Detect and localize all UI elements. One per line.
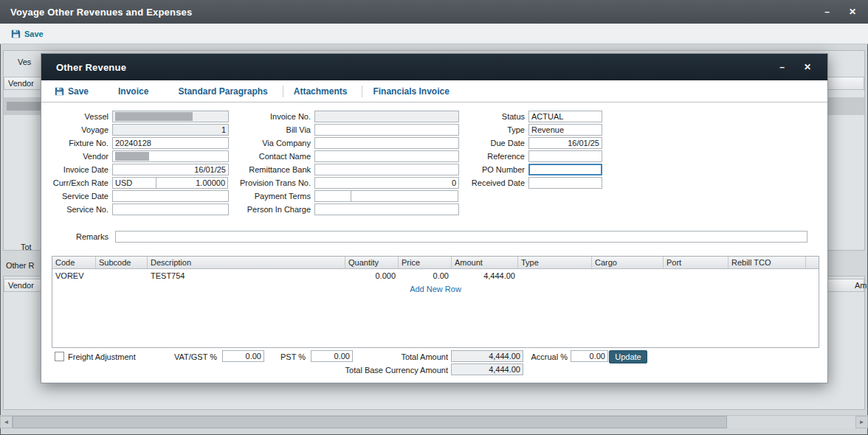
main-save-button[interactable]: Save xyxy=(24,29,44,38)
due-date-label: Due Date xyxy=(455,139,528,147)
main-window-titlebar: Voyage Other Revenues and Expenses – ✕ xyxy=(0,0,868,24)
col-type[interactable]: Type xyxy=(518,257,592,268)
form-row-type: Type Revenue xyxy=(455,124,602,136)
payment-terms-label: Payment Terms xyxy=(220,192,314,201)
voyage-label: Voyage xyxy=(43,125,112,134)
reference-label: Reference xyxy=(455,152,528,161)
col-rebill-tco[interactable]: Rebill TCO xyxy=(728,257,806,268)
bg-grid2-vendor-header: Vendor xyxy=(4,281,34,290)
col-amount[interactable]: Amount xyxy=(452,257,518,268)
form-column-middle: Invoice No. Bill Via Via Company Contact… xyxy=(220,111,459,217)
invoice-no-label: Invoice No. xyxy=(220,112,314,121)
other-revenue-dialog: Other Revenue – ✕ Save Invoice Standard … xyxy=(41,53,828,383)
form-row-service-no: Service No. xyxy=(43,203,229,215)
form-row-via-company: Via Company xyxy=(220,137,459,149)
update-button[interactable]: Update xyxy=(609,350,647,363)
freight-adjustment-checkbox[interactable] xyxy=(55,352,64,361)
bill-via-input[interactable] xyxy=(314,124,459,136)
form-row-vessel: Vessel xyxy=(43,111,229,122)
col-price[interactable]: Price xyxy=(399,257,452,268)
provision-trans-no-input[interactable]: 0 xyxy=(314,177,459,189)
type-label: Type xyxy=(455,125,528,134)
cell-description[interactable]: TEST754 xyxy=(148,271,345,280)
vat-gst-input[interactable]: 0.00 xyxy=(222,350,264,362)
accrual-label: Accrual % xyxy=(521,352,568,361)
accrual-input[interactable]: 0.00 xyxy=(571,350,608,362)
invoice-date-label: Invoice Date xyxy=(43,165,112,174)
financials-invoice-button[interactable]: Financials Invoice xyxy=(362,86,464,97)
col-subcode[interactable]: Subcode xyxy=(96,257,148,268)
vendor-label: Vendor xyxy=(43,152,112,161)
po-number-label: PO Number xyxy=(455,165,528,174)
cell-price[interactable]: 0.00 xyxy=(399,271,452,280)
vendor-input[interactable] xyxy=(112,150,229,162)
payment-terms-code-input[interactable] xyxy=(314,190,351,202)
dialog-minimize-icon[interactable]: – xyxy=(779,63,785,72)
pst-input[interactable]: 0.00 xyxy=(311,350,353,362)
col-cargo[interactable]: Cargo xyxy=(592,257,664,268)
total-base-currency-label: Total Base Currency Amount xyxy=(337,366,448,375)
col-port[interactable]: Port xyxy=(664,257,728,268)
dialog-toolbar: Save Invoice Standard Paragraphs Attachm… xyxy=(41,80,827,102)
remarks-input[interactable] xyxy=(115,231,807,243)
form-row-remittance-bank: Remittance Bank xyxy=(220,164,459,175)
scroll-left-icon[interactable]: ◄ xyxy=(0,416,13,428)
provision-trans-no-label: Provision Trans No. xyxy=(220,178,314,187)
scroll-right-icon[interactable]: ► xyxy=(855,416,868,428)
close-icon[interactable]: ✕ xyxy=(849,7,856,16)
line-items-table: Code Subcode Description Quantity Price … xyxy=(52,256,819,348)
dialog-save-button[interactable]: Save xyxy=(55,86,103,97)
minimize-icon[interactable]: – xyxy=(824,7,830,16)
remittance-bank-label: Remittance Bank xyxy=(220,165,314,174)
exchange-rate-input[interactable]: 1.00000 xyxy=(156,177,228,189)
remarks-label: Remarks xyxy=(43,232,112,241)
redacted-value xyxy=(7,102,41,111)
cell-quantity[interactable]: 0.000 xyxy=(345,271,399,280)
table-row[interactable]: VOREV TEST754 0.000 0.00 4,444.00 xyxy=(52,269,819,282)
type-input[interactable]: Revenue xyxy=(528,124,602,136)
service-date-input[interactable] xyxy=(112,190,229,202)
service-no-input[interactable] xyxy=(112,203,229,215)
attachments-button[interactable]: Attachments xyxy=(283,86,362,97)
voyage-input[interactable]: 1 xyxy=(112,124,229,136)
via-company-input[interactable] xyxy=(314,137,459,149)
standard-paragraphs-button[interactable]: Standard Paragraphs xyxy=(163,86,282,97)
col-description[interactable]: Description xyxy=(148,257,345,268)
received-date-label: Received Date xyxy=(455,178,528,187)
form-row-curr-exch-rate: Curr/Exch Rate USD 1.00000 xyxy=(43,177,229,189)
remittance-bank-input[interactable] xyxy=(314,164,459,175)
main-toolbar: Save xyxy=(0,24,868,44)
po-number-input[interactable] xyxy=(528,164,602,175)
contact-name-input[interactable] xyxy=(314,150,459,162)
invoice-button[interactable]: Invoice xyxy=(103,86,163,97)
cell-code[interactable]: VOREV xyxy=(52,271,96,280)
service-no-label: Service No. xyxy=(43,205,112,214)
scrollbar-thumb[interactable] xyxy=(13,416,727,428)
form-row-fixture-no: Fixture No. 20240128 xyxy=(43,137,229,149)
status-input[interactable]: ACTUAL xyxy=(528,111,602,122)
invoice-no-input[interactable] xyxy=(314,111,459,122)
total-base-currency-field: 4,444.00 xyxy=(451,363,523,375)
form-row-voyage: Voyage 1 xyxy=(43,124,229,136)
bg-other-revenues-label: Other R xyxy=(6,261,35,270)
cell-amount[interactable]: 4,444.00 xyxy=(452,271,518,280)
add-new-row-link[interactable]: Add New Row xyxy=(410,285,461,293)
vessel-input[interactable] xyxy=(112,111,229,122)
invoice-date-input[interactable]: 16/01/25 xyxy=(112,164,229,175)
dialog-close-icon[interactable]: ✕ xyxy=(804,63,811,72)
due-date-input[interactable]: 16/01/25 xyxy=(528,137,602,149)
reference-input[interactable] xyxy=(528,150,602,162)
fixture-no-input[interactable]: 20240128 xyxy=(112,137,229,149)
col-quantity[interactable]: Quantity xyxy=(345,257,399,268)
redacted-value xyxy=(115,152,149,161)
horizontal-scrollbar[interactable]: ◄ ► xyxy=(0,415,868,428)
received-date-input[interactable] xyxy=(528,177,602,189)
form-column-right: Status ACTUAL Type Revenue Due Date 16/0… xyxy=(455,111,602,190)
form-row-po-number: PO Number xyxy=(455,164,602,175)
person-in-charge-input[interactable] xyxy=(314,203,459,215)
col-code[interactable]: Code xyxy=(52,257,96,268)
form-row-payment-terms: Payment Terms xyxy=(220,190,459,202)
payment-terms-desc-input[interactable] xyxy=(351,190,458,202)
currency-input[interactable]: USD xyxy=(112,177,156,189)
vat-gst-label: VAT/GST % xyxy=(152,352,217,361)
